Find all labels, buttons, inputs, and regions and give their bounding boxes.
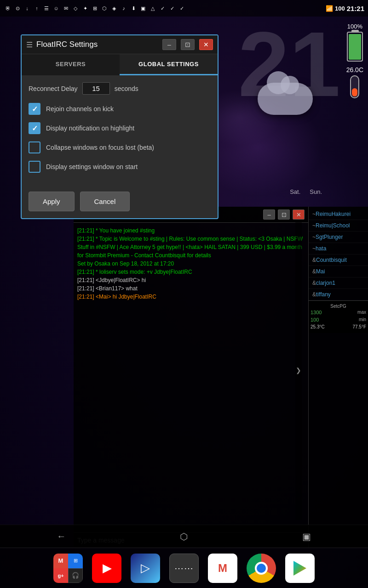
user-mai: &Mai xyxy=(309,266,368,277)
mail-icon: ✉ xyxy=(62,4,70,12)
right-widgets: 100% 26.0C xyxy=(346,23,363,100)
dialog-minimize-btn[interactable]: – xyxy=(162,39,176,50)
play-store-svg xyxy=(292,560,308,577)
dialog-restore-btn[interactable]: ⊡ xyxy=(181,39,195,50)
play-store-icon xyxy=(285,554,315,583)
checkbox-rejoin-box[interactable]: ✓ xyxy=(29,103,40,115)
reconnect-label: Reconnect Delay xyxy=(29,85,78,92)
chrome-icon xyxy=(247,554,276,583)
checkbox-collapse-label: Collapse windows on focus lost (beta) xyxy=(46,144,154,151)
reconnect-unit: seconds xyxy=(115,85,138,92)
checkbox-display-settings: Display settings window on start xyxy=(29,161,211,173)
temp-value: 26.0C xyxy=(346,66,363,74)
thermometer-icon xyxy=(350,75,359,98)
cancel-button[interactable]: Cancel xyxy=(80,192,130,211)
status-bar: ⛨ ⊙ ↓ ↑ ☰ ☺ ✉ ◇ ✦ ⊞ ⬡ ◈ ♪ ⬇ ▣ △ ✓ ✓ ✓ 📶 … xyxy=(0,0,368,17)
nav-bar: ← ⬡ ▣ xyxy=(0,525,368,548)
dock-launcher[interactable]: ⋯⋯ xyxy=(168,552,200,584)
apply-button[interactable]: Apply xyxy=(29,192,75,211)
dock-gmail-gplus[interactable]: M ⊞ g+ 🎧 xyxy=(52,552,84,584)
status-icons-right: 📶 100 21:21 xyxy=(326,5,364,12)
msg-7: [21:21] <Mai> hi Jdbye|FloatIRC xyxy=(77,293,305,301)
nav-recents-btn[interactable]: ▣ xyxy=(293,528,321,544)
checkmark-notification: ✓ xyxy=(32,124,38,133)
launcher-icon: ⋯⋯ xyxy=(169,554,199,583)
widget-max-label: max xyxy=(357,310,366,315)
dock-youtube[interactable]: ▶ xyxy=(91,552,123,584)
status-time: 21:21 xyxy=(347,5,364,12)
widget-min-val: 100 xyxy=(310,317,319,322)
battery-widget: 100% xyxy=(347,23,363,62)
checkbox-notification-label: Display notification on highlight xyxy=(46,124,134,132)
chat-close-btn[interactable]: ✕ xyxy=(293,209,305,220)
tab-global-settings[interactable]: GLOBAL SETTINGS xyxy=(120,54,218,75)
msg-3: Set by Osaka on Sep 18, 2012 at 17:20 xyxy=(77,260,305,268)
dialog-title: FloatIRC Settings xyxy=(36,40,158,49)
play-store-arrow xyxy=(293,561,306,576)
reconnect-input[interactable] xyxy=(82,82,110,95)
dialog-tabs: SERVERS GLOBAL SETTINGS xyxy=(22,54,218,75)
battery-icon xyxy=(347,32,363,62)
temp-widget: 26.0C xyxy=(346,66,363,100)
widget-temp2: 77.5°F xyxy=(352,324,366,329)
widget-min-row: 100 min xyxy=(310,316,366,323)
user-tiffany: &tiffany xyxy=(309,289,368,300)
dock: M ⊞ g+ 🎧 ▶ ▷ ⋯⋯ M xyxy=(0,548,368,588)
reconnect-delay-row: Reconnect Delay seconds xyxy=(29,82,211,95)
youtube-icon: ▶ xyxy=(92,554,121,583)
checkbox-notification-box[interactable]: ✓ xyxy=(29,122,40,134)
widget-title: SetcPG xyxy=(310,304,366,309)
icon2: ⊙ xyxy=(13,4,22,12)
dock-chrome[interactable] xyxy=(245,552,277,584)
msg-1: [21:21] * You have joined #sting xyxy=(77,226,305,235)
dialog-close-btn[interactable]: ✕ xyxy=(199,39,213,50)
dialog-menu-icon[interactable]: ☰ xyxy=(26,40,33,49)
tab-servers[interactable]: SERVERS xyxy=(22,54,120,75)
check2-icon: ✓ xyxy=(168,4,176,12)
wifi-icon: 📶 xyxy=(326,5,333,12)
sun-label: Sun. xyxy=(310,188,322,195)
msg-6: [21:21] <Brian117> what xyxy=(77,284,305,293)
user-hata: ~hata xyxy=(309,243,368,254)
widget-temps: 25.3°C 77.5°F xyxy=(310,323,366,330)
msg-5: [21:21] <Jdbye|FloatIRC> hi xyxy=(77,276,305,284)
chat-messages: [21:21] * You have joined #sting [21:21]… xyxy=(74,223,308,532)
check1-icon: ✓ xyxy=(158,4,167,12)
battery-status: 100 xyxy=(335,5,345,12)
dl-icon: ⬇ xyxy=(129,4,138,12)
game-icon: ⊞ xyxy=(91,4,99,12)
dock-play-music[interactable]: ▷ xyxy=(129,552,161,584)
scroll-arrow: ❯ xyxy=(296,367,301,374)
user-sgtplunger: ~SgtPlunger xyxy=(309,232,368,243)
maps-cell: ⊞ xyxy=(68,554,83,568)
dock-play-store[interactable] xyxy=(284,552,316,584)
nav-back-btn[interactable]: ← xyxy=(47,528,75,544)
dialog-titlebar: ☰ FloatIRC Settings – ⊡ ✕ xyxy=(22,35,218,54)
user-clarjon1: &clarjon1 xyxy=(309,277,368,289)
chat-main: ing – ⊡ ✕ [21:21] * You have joined #sti… xyxy=(74,207,308,548)
headphone-cell: 🎧 xyxy=(68,568,83,583)
widget-temp1: 25.3°C xyxy=(310,324,325,329)
checkbox-notification: ✓ Display notification on highlight xyxy=(29,122,211,134)
face-icon: ☺ xyxy=(52,4,60,12)
chat-restore-btn[interactable]: ⊡ xyxy=(278,209,290,220)
gplus-cell: g+ xyxy=(53,568,68,583)
battery-percent: 100% xyxy=(347,23,362,30)
card-icon: ▣ xyxy=(139,4,147,12)
widget-values: 1300 max xyxy=(310,309,366,316)
wand-icon: ✦ xyxy=(81,4,89,12)
nav-home-btn[interactable]: ⬡ xyxy=(170,528,198,544)
chat-minimize-btn[interactable]: – xyxy=(263,209,275,220)
vpn-icon: ⬡ xyxy=(100,4,109,12)
user-reimuschool: ~Reimu|School xyxy=(309,220,368,232)
dock-gmail[interactable]: M xyxy=(207,552,239,584)
battery-fill xyxy=(349,34,361,60)
checkbox-collapse-box[interactable] xyxy=(29,141,40,153)
scroll-bar[interactable]: ❯ xyxy=(295,220,302,520)
checkbox-display-settings-box[interactable] xyxy=(29,161,40,173)
gmail-icon: M xyxy=(208,554,237,583)
user-list: ~ReimuHakurei ~Reimu|School ~SgtPlunger … xyxy=(308,207,368,548)
gmail-cell: M xyxy=(53,554,68,568)
avast-icon: ⛨ xyxy=(4,4,12,12)
dialog-actions: Apply Cancel xyxy=(22,187,218,218)
